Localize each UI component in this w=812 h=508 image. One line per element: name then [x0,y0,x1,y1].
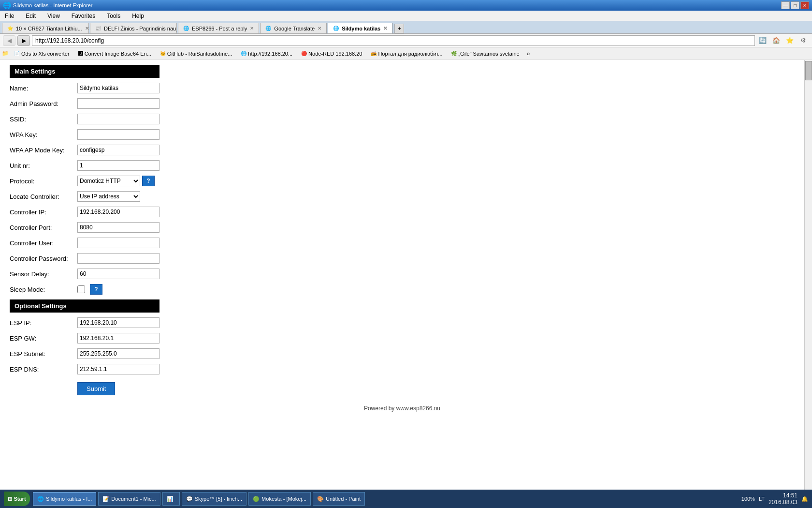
scrollbar-thumb[interactable] [805,61,812,80]
optional-settings-header: Optional Settings [10,299,160,313]
bookmark-github[interactable]: 🐱 GitHub - RuiSantosdotme... [157,49,236,58]
wpa-key-input[interactable] [77,129,160,140]
bookmark-base64[interactable]: 🅱 Convert Image Base64 En... [75,49,155,58]
admin-password-input[interactable] [77,98,160,109]
back-button[interactable]: ◀ [3,35,15,46]
taskbar-icon-excel: 📊 [167,496,174,502]
bookmark-ods[interactable]: 📄 Ods to Xls converter [11,49,73,58]
bookmark-icon-192: 🌐 [241,51,246,56]
taskbar-item-word[interactable]: 📝 Document1 - Mic... [98,492,160,506]
esp-subnet-input[interactable] [77,348,160,359]
forward-button[interactable]: ▶ [17,35,30,46]
taskbar-item-excel[interactable]: 📊 [162,492,180,506]
controller-password-input[interactable] [77,253,160,264]
unit-nr-label: Unit nr: [10,162,77,169]
esp-subnet-row: ESP Subnet: [10,348,795,359]
tab-esp8266[interactable]: 🌐 ESP8266 - Post a reply ✕ [178,23,259,33]
esp-gw-input[interactable] [77,333,160,344]
menu-file[interactable]: File [2,12,17,20]
locate-controller-row: Locate Controller: Use IP address Use mD… [10,191,795,202]
menu-help[interactable]: Help [129,12,147,20]
tools-icon[interactable]: ⚙ [798,35,809,46]
tab-sildymo[interactable]: 🌐 Sildymo katilas ✕ [328,23,392,33]
controller-user-input[interactable] [77,238,160,248]
close-button[interactable]: ✕ [800,1,809,9]
zoom-level: 100% [741,496,755,502]
bookmark-192[interactable]: 🌐 http://192.168.20... [237,49,296,58]
system-tray-icon: 🔔 [801,496,808,502]
tab-cr927[interactable]: ⭐ 10 × CR927 Tiantan Lithiu... ✕ [2,23,89,33]
controller-password-label: Controller Password: [10,255,77,262]
sleep-mode-checkbox[interactable] [77,285,85,293]
sensor-delay-input[interactable] [77,269,160,279]
name-input[interactable] [77,83,160,93]
menu-edit[interactable]: Edit [23,12,39,20]
page-content: Main Settings Name: Admin Password: SSID… [0,60,804,490]
protocol-help-button[interactable]: ? [142,176,155,186]
wpa-ap-label: WPA AP Mode Key: [10,147,77,154]
new-tab-button[interactable]: + [394,24,404,33]
favorites-button[interactable]: ⭐ [784,35,796,46]
bookmark-gile[interactable]: 🌿 „Gilė" Savitarnos svetainė [448,49,522,58]
tab-icon-delfi: 📰 [95,26,101,31]
browser-content: Main Settings Name: Admin Password: SSID… [0,60,812,490]
refresh-button[interactable]: 🔄 [757,35,768,46]
tab-close[interactable]: ✕ [85,26,89,31]
menu-tools[interactable]: Tools [104,12,123,20]
tab-icon-sildymo: 🌐 [333,26,339,31]
esp-ip-label: ESP IP: [10,319,77,327]
bookmark-label-github: GitHub - RuiSantosdotme... [167,51,232,57]
taskbar-label-paint: Untitled - Paint [326,496,361,502]
taskbar-items: 🌐 Sildymo katilas - I... 📝 Document1 - M… [33,492,739,506]
bookmark-label-base64: Convert Image Base64 En... [85,51,151,57]
menu-view[interactable]: View [44,12,63,20]
sleep-mode-help-button[interactable]: ? [90,284,102,295]
bookmark-label-nodered: Node-RED 192.168.20 [308,51,362,57]
protocol-select[interactable]: Domoticz HTTP MQTT HTTP [77,176,140,186]
powered-by: Powered by www.esp8266.nu [10,405,795,417]
tab-bar: ⭐ 10 × CR927 Tiantan Lithiu... ✕ 📰 DELFI… [0,21,812,34]
controller-port-label: Controller Port: [10,224,77,231]
bookmarks-more[interactable]: » [527,50,530,57]
tab-delfi[interactable]: 📰 DELFI Žinios - Pagrindinis nauj... ✕ [90,23,177,33]
bookmark-icon-gile: 🌿 [451,51,457,56]
submit-button[interactable]: Submit [77,382,115,395]
menu-favorites[interactable]: Favorites [69,12,98,20]
ssid-input[interactable] [77,114,160,124]
sleep-mode-label: Sleep Mode: [10,286,77,293]
bookmark-portal[interactable]: 📻 Портал для радиолюбит... [367,49,446,58]
taskbar-item-paint[interactable]: 🎨 Untitled - Paint [313,492,365,506]
address-input[interactable] [32,35,755,46]
maximize-button[interactable]: □ [791,1,799,9]
sensor-delay-label: Sensor Delay: [10,270,77,278]
bookmarks-bar: 📁 📄 Ods to Xls converter 🅱 Convert Image… [0,47,812,60]
bookmark-nodered[interactable]: 🔴 Node-RED 192.168.20 [298,49,365,58]
tab-close-sildymo[interactable]: ✕ [383,26,387,31]
wpa-ap-input[interactable] [77,145,160,155]
tab-close-gt[interactable]: ✕ [318,26,321,31]
taskbar-item-skype[interactable]: 💬 Skype™ [5] - linch... [182,492,246,506]
minimize-button[interactable]: — [781,1,790,9]
bookmark-label-portal: Портал для радиолюбит... [378,51,442,57]
taskbar-item-mokesta[interactable]: 🟢 Mokesta - [Mokej... [248,492,311,506]
menu-bar: File Edit View Favorites Tools Help [0,11,812,21]
locate-controller-select[interactable]: Use IP address Use mDNS [77,191,140,202]
esp-ip-row: ESP IP: [10,317,795,328]
controller-ip-input[interactable] [77,207,160,217]
name-label: Name: [10,85,77,92]
tab-icon-esp: 🌐 [183,26,189,31]
home-button[interactable]: 🏠 [770,35,782,46]
bookmark-label-192: http://192.168.20... [248,51,292,57]
scrollbar-track[interactable] [804,60,812,490]
taskbar-item-ie[interactable]: 🌐 Sildymo katilas - I... [33,492,96,506]
esp-dns-input[interactable] [77,364,160,374]
taskbar-icon-ie: 🌐 [37,496,44,502]
controller-port-input[interactable] [77,222,160,233]
unit-nr-input[interactable] [77,160,160,171]
taskbar-label-word: Document1 - Mic... [111,496,156,502]
esp-ip-input[interactable] [77,317,160,328]
sleep-mode-row: Sleep Mode: ? [10,284,795,295]
tab-google-translate[interactable]: 🌐 Google Translate ✕ [260,23,327,33]
start-button[interactable]: ⊞ Start [4,492,30,506]
tab-close-esp[interactable]: ✕ [250,26,254,31]
